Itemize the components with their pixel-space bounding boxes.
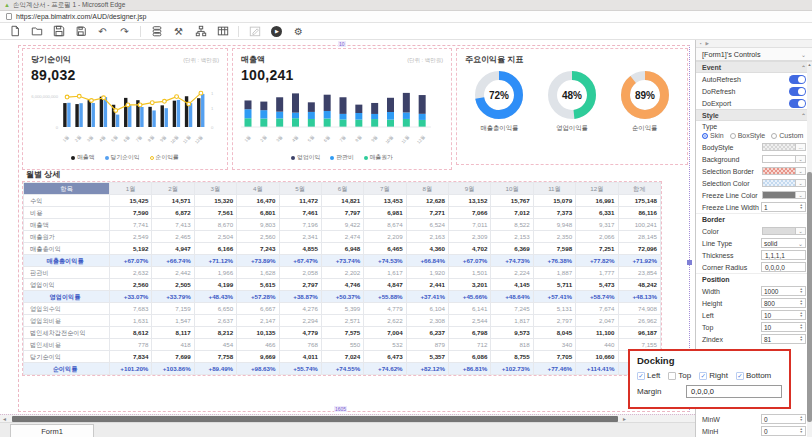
tools-button[interactable]: ⚒ — [172, 25, 185, 38]
redo-button[interactable]: ↷ — [118, 25, 131, 38]
table-row[interactable]: 매출총이익5,1924,9476,1667,2434,8556,9486,465… — [24, 243, 661, 255]
number-spinner[interactable]: 81▲▼ — [761, 334, 806, 344]
table-row[interactable]: 판관비2,6322,4421,9661,6282,0582,2021,6171,… — [24, 267, 661, 279]
column-header[interactable]: 6월 — [321, 183, 363, 195]
color-swatch[interactable] — [762, 227, 796, 235]
table-row[interactable]: 매출원가2,5492,4652,5042,5602,3412,4742,2092… — [24, 231, 661, 243]
sales-chart-card[interactable]: 매출액 (단위 : 백만원) 100,241 1월2월3월4월5월6월7월8월9… — [232, 48, 452, 170]
section-style[interactable]: Style ⌃ — [696, 109, 812, 121]
dropdown-icon[interactable]: ⌄ — [796, 155, 806, 163]
horizontal-scrollbar[interactable]: ◄ ► — [0, 414, 695, 422]
docking-checkbox-bottom[interactable]: ✓Bottom — [736, 371, 771, 380]
edit-button[interactable] — [248, 25, 261, 38]
column-header[interactable]: 11월 — [533, 183, 575, 195]
selection-handle[interactable] — [687, 260, 692, 265]
settings-button[interactable]: ⚙ — [292, 25, 305, 38]
docking-checkbox-top[interactable]: ✓Top — [668, 371, 691, 380]
spinner-arrows-icon[interactable]: ▲▼ — [800, 324, 803, 330]
dropdown-icon[interactable]: ⌄ — [796, 191, 806, 199]
spinner-arrows-icon[interactable]: ▲▼ — [800, 428, 803, 434]
tab-form1[interactable]: Form1 — [10, 424, 94, 437]
docking-checkbox-left[interactable]: ✓Left — [637, 371, 660, 380]
type-radio-skin[interactable]: Skin — [702, 132, 724, 139]
table-row[interactable]: 순이익률+101.20%+103.86%+89.49%+98.63%+55.74… — [24, 363, 661, 375]
panel-pin-icon[interactable]: ▪ — [700, 41, 702, 46]
number-spinner[interactable]: 1000▲▼ — [761, 286, 806, 296]
number-spinner[interactable]: 800▲▼ — [761, 298, 806, 308]
table-row[interactable]: 법인세차감전순이익8,6128,1178,21210,1354,7797,575… — [24, 327, 661, 339]
spinner-arrows-icon[interactable]: ▲▼ — [800, 416, 803, 422]
column-header[interactable]: 4월 — [237, 183, 279, 195]
column-header[interactable]: 5월 — [279, 183, 321, 195]
table-row[interactable]: 영업외수익7,6837,1596,6506,6674,2765,3994,779… — [24, 303, 661, 315]
number-spinner[interactable]: 10▲▼ — [761, 322, 806, 332]
new-file-button[interactable] — [8, 25, 21, 38]
column-header[interactable]: 1월 — [110, 183, 152, 195]
column-header[interactable]: 3월 — [194, 183, 236, 195]
monthly-table-card[interactable]: 항목1월2월3월4월5월6월7월8월9월10월11월12월합계수익15,4251… — [22, 181, 662, 376]
color-swatch[interactable] — [762, 191, 796, 199]
run-button[interactable]: ▶ — [270, 25, 283, 38]
toggle-switch[interactable] — [789, 87, 806, 96]
number-spinner[interactable]: 1▲▼ — [761, 202, 806, 212]
number-spinner[interactable]: 0▲▼ — [761, 426, 806, 436]
spinner-arrows-icon[interactable]: ▲▼ — [800, 204, 803, 210]
design-canvas[interactable]: 10 당기순이익 (단위 : 백만원) 89,032 1월2월3월4월5월6월7… — [0, 40, 695, 437]
dropdown-icon[interactable]: ⌄ — [796, 227, 806, 235]
panel-vertical-scrollbar[interactable] — [807, 62, 812, 437]
color-swatch[interactable] — [762, 143, 796, 151]
table-row[interactable]: 당기순이익7,8347,6997,7589,6694,0117,0246,473… — [24, 351, 661, 363]
margin-input[interactable]: 0,0,0,0 — [686, 385, 782, 398]
spinner-arrows-icon[interactable]: ▲▼ — [800, 300, 803, 306]
ellipsis-button[interactable]: ... — [796, 143, 806, 151]
docking-checkbox-right[interactable]: ✓Right — [699, 371, 728, 380]
table-row[interactable]: 매출액7,7417,4138,6709,8037,1969,4228,6746,… — [24, 219, 661, 231]
scrollbar-thumb[interactable] — [807, 172, 812, 422]
number-spinner[interactable]: 10▲▼ — [761, 310, 806, 320]
color-swatch[interactable] — [762, 167, 796, 175]
color-swatch[interactable] — [762, 179, 796, 187]
table-row[interactable]: 영업외비용1,6311,5472,6372,1472,2942,5712,622… — [24, 315, 661, 327]
undo-button[interactable]: ↶ — [96, 25, 109, 38]
table-row[interactable]: 비용7,5906,8727,5616,8017,4617,7976,9817,2… — [24, 207, 661, 219]
column-header[interactable]: 9월 — [449, 183, 491, 195]
scroll-up-icon[interactable]: ▲ — [807, 62, 812, 68]
profit-ratio-card[interactable]: 주요이익율 지표 72%매출총이익률48%영업이익률89%순이익률 — [456, 48, 688, 165]
column-header[interactable]: 12월 — [576, 183, 618, 195]
column-header[interactable]: 10월 — [491, 183, 533, 195]
column-header[interactable]: 7월 — [364, 183, 406, 195]
table-row[interactable]: 영업이익률+33.07%+33.79%+48.43%+57.28%+38.87%… — [24, 291, 661, 303]
type-radio-custom[interactable]: Custom — [771, 132, 803, 139]
type-radio-boxstyle[interactable]: BoxStyle — [730, 132, 766, 139]
url-text[interactable]: https://epa.bimatrix.com/AUD/designer.js… — [16, 13, 146, 20]
table-row[interactable]: 법인세비용77841845446676855053287971281834044… — [24, 339, 661, 351]
number-spinner[interactable]: 0▲▼ — [761, 414, 806, 424]
database-button[interactable] — [150, 25, 163, 38]
color-swatch[interactable] — [762, 155, 796, 163]
spinner-arrows-icon[interactable]: ▲▼ — [800, 288, 803, 294]
open-folder-button[interactable] — [30, 25, 43, 38]
dropdown-icon[interactable]: ⌄ — [796, 179, 806, 187]
text-input[interactable]: 1,1,1,1 — [761, 250, 806, 260]
table-row[interactable]: 영업이익2,5602,5054,1995,6152,7974,7464,8472… — [24, 279, 661, 291]
column-header[interactable]: 2월 — [152, 183, 194, 195]
toggle-switch[interactable] — [789, 75, 806, 84]
spinner-arrows-icon[interactable]: ▲▼ — [800, 336, 803, 342]
column-header[interactable]: 합계 — [618, 183, 661, 195]
toggle-switch[interactable] — [789, 99, 806, 108]
select-box[interactable]: solid⌄ — [761, 238, 806, 248]
panel-header[interactable]: [Form1]'s Controls ⌄ — [696, 48, 812, 61]
net-income-chart-card[interactable]: 당기순이익 (단위 : 백만원) 89,032 1월2월3월4월5월6월7월8월… — [22, 48, 228, 170]
save-all-button[interactable] — [74, 25, 87, 38]
column-header[interactable]: 항목 — [24, 183, 110, 195]
text-input[interactable]: 0,0,0,0 — [761, 262, 806, 272]
table-row[interactable]: 수익15,42514,57115,32016,47011,47214,82113… — [24, 195, 661, 207]
url-bar[interactable]: https://epa.bimatrix.com/AUD/designer.js… — [0, 11, 812, 23]
column-header[interactable]: 8월 — [406, 183, 448, 195]
save-button[interactable] — [52, 25, 65, 38]
grid-button[interactable] — [216, 25, 229, 38]
sitemap-button[interactable] — [194, 25, 207, 38]
panel-expand-icon[interactable]: ▶ — [706, 41, 709, 46]
spinner-arrows-icon[interactable]: ▲▼ — [800, 312, 803, 318]
section-event[interactable]: Event ⌃ — [696, 61, 812, 73]
